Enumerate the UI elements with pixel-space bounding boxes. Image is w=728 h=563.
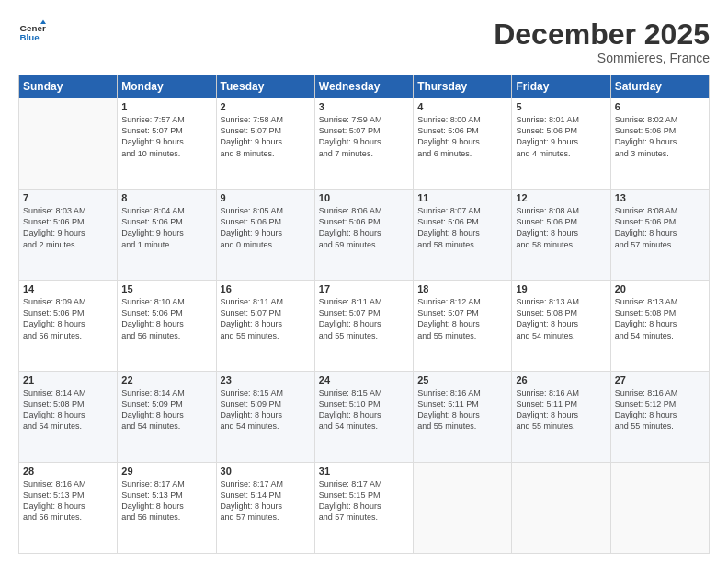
day-info: Sunrise: 8:11 AM Sunset: 5:07 PM Dayligh… <box>319 296 409 341</box>
svg-marker-2 <box>40 20 46 25</box>
day-info: Sunrise: 8:02 AM Sunset: 5:06 PM Dayligh… <box>615 114 705 159</box>
day-number: 2 <box>221 101 311 112</box>
day-number: 25 <box>417 374 507 385</box>
table-row: 23Sunrise: 8:15 AM Sunset: 5:09 PM Dayli… <box>216 372 314 463</box>
day-number: 30 <box>221 465 311 477</box>
day-info: Sunrise: 8:15 AM Sunset: 5:09 PM Dayligh… <box>221 387 311 432</box>
month-title: December 2025 <box>494 18 710 51</box>
table-row <box>19 98 118 190</box>
table-row: 11Sunrise: 8:07 AM Sunset: 5:06 PM Dayli… <box>414 190 512 281</box>
table-row: 4Sunrise: 8:00 AM Sunset: 5:06 PM Daylig… <box>414 98 512 190</box>
logo: General Blue <box>18 18 46 46</box>
calendar-week-4: 21Sunrise: 8:14 AM Sunset: 5:08 PM Dayli… <box>19 372 710 463</box>
day-number: 27 <box>615 374 705 385</box>
table-row: 30Sunrise: 8:17 AM Sunset: 5:14 PM Dayli… <box>216 463 314 554</box>
calendar-week-5: 28Sunrise: 8:16 AM Sunset: 5:13 PM Dayli… <box>19 463 710 554</box>
table-row: 25Sunrise: 8:16 AM Sunset: 5:11 PM Dayli… <box>414 372 512 463</box>
day-number: 26 <box>516 374 606 385</box>
table-row: 15Sunrise: 8:10 AM Sunset: 5:06 PM Dayli… <box>118 281 216 372</box>
day-number: 23 <box>221 374 311 385</box>
day-info: Sunrise: 8:17 AM Sunset: 5:14 PM Dayligh… <box>221 478 311 523</box>
table-row <box>414 463 512 554</box>
day-number: 12 <box>516 192 606 203</box>
day-info: Sunrise: 8:15 AM Sunset: 5:10 PM Dayligh… <box>319 387 409 432</box>
day-info: Sunrise: 7:57 AM Sunset: 5:07 PM Dayligh… <box>121 114 211 159</box>
table-row: 28Sunrise: 8:16 AM Sunset: 5:13 PM Dayli… <box>19 463 118 554</box>
day-info: Sunrise: 8:16 AM Sunset: 5:13 PM Dayligh… <box>23 478 113 523</box>
calendar-week-3: 14Sunrise: 8:09 AM Sunset: 5:06 PM Dayli… <box>19 281 710 372</box>
table-row: 16Sunrise: 8:11 AM Sunset: 5:07 PM Dayli… <box>216 281 314 372</box>
title-block: December 2025 Sommieres, France <box>494 18 710 65</box>
day-info: Sunrise: 8:08 AM Sunset: 5:06 PM Dayligh… <box>615 205 705 250</box>
table-row: 5Sunrise: 8:01 AM Sunset: 5:06 PM Daylig… <box>512 98 610 190</box>
day-info: Sunrise: 8:05 AM Sunset: 5:06 PM Dayligh… <box>221 205 311 250</box>
day-info: Sunrise: 8:03 AM Sunset: 5:06 PM Dayligh… <box>23 205 113 250</box>
header-sunday: Sunday <box>19 75 118 98</box>
table-row: 24Sunrise: 8:15 AM Sunset: 5:10 PM Dayli… <box>314 372 413 463</box>
header-tuesday: Tuesday <box>216 75 314 98</box>
day-number: 10 <box>319 192 409 203</box>
table-row <box>512 463 610 554</box>
day-number: 9 <box>221 192 311 203</box>
day-number: 14 <box>23 283 113 294</box>
day-number: 5 <box>516 101 606 112</box>
day-number: 11 <box>417 192 507 203</box>
day-number: 16 <box>221 283 311 294</box>
table-row: 20Sunrise: 8:13 AM Sunset: 5:08 PM Dayli… <box>610 281 709 372</box>
day-info: Sunrise: 7:59 AM Sunset: 5:07 PM Dayligh… <box>319 114 409 159</box>
calendar-week-2: 7Sunrise: 8:03 AM Sunset: 5:06 PM Daylig… <box>19 190 710 281</box>
day-info: Sunrise: 8:11 AM Sunset: 5:07 PM Dayligh… <box>221 296 311 341</box>
table-row: 13Sunrise: 8:08 AM Sunset: 5:06 PM Dayli… <box>610 190 709 281</box>
table-row: 22Sunrise: 8:14 AM Sunset: 5:09 PM Dayli… <box>118 372 216 463</box>
table-row: 8Sunrise: 8:04 AM Sunset: 5:06 PM Daylig… <box>118 190 216 281</box>
table-row: 12Sunrise: 8:08 AM Sunset: 5:06 PM Dayli… <box>512 190 610 281</box>
day-info: Sunrise: 8:10 AM Sunset: 5:06 PM Dayligh… <box>121 296 211 341</box>
day-info: Sunrise: 8:14 AM Sunset: 5:08 PM Dayligh… <box>23 387 113 432</box>
day-number: 28 <box>23 465 113 477</box>
day-info: Sunrise: 8:14 AM Sunset: 5:09 PM Dayligh… <box>121 387 211 432</box>
day-info: Sunrise: 8:06 AM Sunset: 5:06 PM Dayligh… <box>319 205 409 250</box>
table-row: 27Sunrise: 8:16 AM Sunset: 5:12 PM Dayli… <box>610 372 709 463</box>
day-info: Sunrise: 8:16 AM Sunset: 5:11 PM Dayligh… <box>516 387 606 432</box>
day-number: 21 <box>23 374 113 385</box>
logo-icon: General Blue <box>18 18 46 46</box>
day-info: Sunrise: 8:12 AM Sunset: 5:07 PM Dayligh… <box>417 296 507 341</box>
table-row: 9Sunrise: 8:05 AM Sunset: 5:06 PM Daylig… <box>216 190 314 281</box>
day-number: 13 <box>615 192 705 203</box>
header-wednesday: Wednesday <box>314 75 413 98</box>
day-number: 20 <box>615 283 705 294</box>
table-row: 18Sunrise: 8:12 AM Sunset: 5:07 PM Dayli… <box>414 281 512 372</box>
svg-text:Blue: Blue <box>20 32 40 42</box>
table-row: 1Sunrise: 7:57 AM Sunset: 5:07 PM Daylig… <box>118 98 216 190</box>
header-monday: Monday <box>118 75 216 98</box>
day-number: 1 <box>121 101 211 112</box>
day-number: 19 <box>516 283 606 294</box>
calendar-table: Sunday Monday Tuesday Wednesday Thursday… <box>18 75 710 554</box>
day-info: Sunrise: 8:17 AM Sunset: 5:15 PM Dayligh… <box>319 478 409 523</box>
day-info: Sunrise: 8:08 AM Sunset: 5:06 PM Dayligh… <box>516 205 606 250</box>
table-row: 2Sunrise: 7:58 AM Sunset: 5:07 PM Daylig… <box>216 98 314 190</box>
day-number: 15 <box>121 283 211 294</box>
day-info: Sunrise: 8:16 AM Sunset: 5:11 PM Dayligh… <box>417 387 507 432</box>
day-info: Sunrise: 8:01 AM Sunset: 5:06 PM Dayligh… <box>516 114 606 159</box>
day-info: Sunrise: 7:58 AM Sunset: 5:07 PM Dayligh… <box>221 114 311 159</box>
table-row: 31Sunrise: 8:17 AM Sunset: 5:15 PM Dayli… <box>314 463 413 554</box>
table-row: 19Sunrise: 8:13 AM Sunset: 5:08 PM Dayli… <box>512 281 610 372</box>
table-row: 3Sunrise: 7:59 AM Sunset: 5:07 PM Daylig… <box>314 98 413 190</box>
subtitle: Sommieres, France <box>494 51 710 65</box>
table-row: 6Sunrise: 8:02 AM Sunset: 5:06 PM Daylig… <box>610 98 709 190</box>
svg-text:General: General <box>20 23 47 33</box>
calendar-header-row: Sunday Monday Tuesday Wednesday Thursday… <box>19 75 710 98</box>
table-row: 21Sunrise: 8:14 AM Sunset: 5:08 PM Dayli… <box>19 372 118 463</box>
day-number: 22 <box>121 374 211 385</box>
day-number: 7 <box>23 192 113 203</box>
day-info: Sunrise: 8:17 AM Sunset: 5:13 PM Dayligh… <box>121 478 211 523</box>
header-thursday: Thursday <box>414 75 512 98</box>
table-row: 14Sunrise: 8:09 AM Sunset: 5:06 PM Dayli… <box>19 281 118 372</box>
day-number: 6 <box>615 101 705 112</box>
header: General Blue December 2025 Sommieres, Fr… <box>18 18 710 65</box>
header-friday: Friday <box>512 75 610 98</box>
table-row <box>610 463 709 554</box>
table-row: 10Sunrise: 8:06 AM Sunset: 5:06 PM Dayli… <box>314 190 413 281</box>
day-number: 31 <box>319 465 409 477</box>
